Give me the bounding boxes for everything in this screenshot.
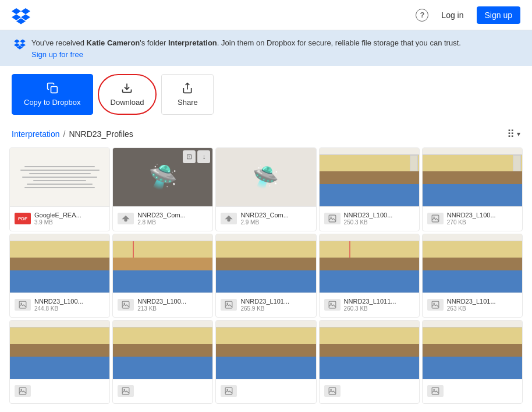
file-type-badge <box>427 299 444 311</box>
svg-rect-15 <box>329 301 336 308</box>
file-type-badge <box>324 385 341 397</box>
breadcrumb-parent-link[interactable]: Interpretation <box>12 129 60 139</box>
chevron-down-icon: ▾ <box>517 130 520 138</box>
file-details <box>240 391 311 392</box>
file-thumbnail <box>10 148 109 206</box>
thumb-overlay-icons: ⊡ ↓ <box>183 150 210 163</box>
svg-point-16 <box>330 303 331 304</box>
svg-rect-25 <box>329 388 336 395</box>
svg-rect-17 <box>432 301 439 308</box>
file-type-badge: PDF <box>15 213 31 224</box>
file-size: 2.9 MB <box>240 219 311 226</box>
file-thumbnail <box>423 321 522 379</box>
file-name: NNRD23_L101... <box>240 298 311 305</box>
breadcrumb-separator: / <box>63 129 66 139</box>
file-thumbnail <box>216 234 315 293</box>
copy-to-dropbox-button[interactable]: Copy to Dropbox <box>12 74 93 115</box>
file-info: NNRD23_L100... 270 KB <box>423 206 522 231</box>
svg-point-12 <box>124 303 125 304</box>
toolbar: Copy to Dropbox Download Share <box>0 66 532 123</box>
svg-rect-19 <box>19 388 26 395</box>
help-icon[interactable]: ? <box>416 9 428 22</box>
svg-rect-9 <box>19 301 26 308</box>
svg-point-26 <box>330 389 331 390</box>
file-card[interactable]: NNRD23_L100... 270 KB <box>422 147 523 231</box>
file-info <box>423 379 522 403</box>
file-type-badge <box>118 213 134 224</box>
file-type-badge <box>15 299 31 311</box>
file-card[interactable] <box>112 320 213 404</box>
file-details: NNRD23_L100... 213 KB <box>137 298 208 312</box>
file-details: NNRD23_L100... 270 KB <box>447 212 517 226</box>
file-type-badge <box>427 385 444 397</box>
file-name: NNRD23_Com... <box>137 212 208 219</box>
file-size: 2.8 MB <box>137 219 208 226</box>
file-details: NNRD23_L100... 250.3 KB <box>344 212 414 226</box>
file-thumbnail: 🛸 ⊡ ↓ <box>113 148 212 206</box>
file-card[interactable]: 🛸 ⊡ ↓ NNRD23_Com... 2.8 MB <box>112 147 213 231</box>
file-card[interactable]: NNRD23_L101... 263 KB <box>422 234 523 318</box>
file-info: NNRD23_L1011... 260.3 KB <box>320 293 419 317</box>
copy-icon <box>47 82 58 96</box>
view-icon: ⊡ <box>183 150 196 163</box>
svg-point-28 <box>433 389 434 390</box>
file-size: 3.9 MB <box>34 219 105 226</box>
file-details <box>447 391 517 392</box>
breadcrumb: Interpretation / NNRD23_Profiles ⠿ ▾ <box>0 123 532 147</box>
file-card[interactable] <box>422 320 523 404</box>
download-icon <box>121 82 133 96</box>
file-details: NNRD23_L101... 265.9 KB <box>240 298 311 312</box>
file-card[interactable] <box>9 320 110 404</box>
svg-rect-0 <box>51 86 57 93</box>
file-details: NNRD23_Com... 2.9 MB <box>240 212 311 226</box>
file-info: NNRD23_L100... 250.3 KB <box>320 206 419 231</box>
file-card[interactable]: NNRD23_L101... 265.9 KB <box>215 234 316 318</box>
file-name: NNRD23_L100... <box>344 212 414 219</box>
file-thumbnail <box>10 234 109 293</box>
file-info: NNRD23_L100... 213 KB <box>113 293 212 317</box>
file-details: NNRD23_L100... 244.8 KB <box>34 298 105 312</box>
file-info: NNRD23_Com... 2.8 MB <box>113 206 212 231</box>
file-card[interactable] <box>319 320 420 404</box>
file-type-badge <box>15 385 31 397</box>
file-name: NNRD23_L100... <box>447 212 517 219</box>
file-type-badge <box>118 299 134 311</box>
login-button[interactable]: Log in <box>435 7 469 23</box>
breadcrumb-current: NNRD23_Profiles <box>69 129 133 139</box>
download-button[interactable]: Download <box>98 74 157 115</box>
view-toggle[interactable]: ⠿ ▾ <box>507 128 520 140</box>
file-info <box>10 379 109 403</box>
file-thumbnail <box>423 234 522 293</box>
svg-rect-13 <box>226 301 233 308</box>
svg-point-6 <box>330 217 331 218</box>
file-size: 213 KB <box>137 305 208 312</box>
svg-rect-5 <box>329 215 336 222</box>
file-type-badge <box>118 385 134 397</box>
header-left <box>12 6 30 24</box>
file-card[interactable]: 🛸 NNRD23_Com... 2.9 MB <box>215 147 316 231</box>
file-card[interactable]: NNRD23_L100... 250.3 KB <box>319 147 420 231</box>
file-details <box>344 391 414 392</box>
file-type-badge <box>221 213 237 224</box>
file-thumbnail <box>320 148 419 206</box>
file-card[interactable]: NNRD23_L1011... 260.3 KB <box>319 234 420 318</box>
banner-cta-link[interactable]: Sign up for free <box>31 50 461 59</box>
svg-rect-23 <box>226 388 233 395</box>
file-info: NNRD23_Com... 2.9 MB <box>216 206 315 231</box>
ufo-icon: 🛸 <box>253 165 279 189</box>
svg-point-18 <box>433 303 434 304</box>
svg-point-24 <box>227 389 228 390</box>
file-details: NNRD23_L101... 263 KB <box>447 298 517 312</box>
file-card[interactable]: NNRD23_L100... 213 KB <box>112 234 213 318</box>
file-card[interactable] <box>215 320 316 404</box>
file-card[interactable]: PDF GoogleE_REA... 3.9 MB <box>9 147 110 231</box>
file-card[interactable]: NNRD23_L100... 244.8 KB <box>9 234 110 318</box>
grid-view-icon: ⠿ <box>507 128 515 140</box>
signup-button[interactable]: Sign up <box>477 6 520 24</box>
file-details <box>137 391 208 392</box>
svg-point-3 <box>125 219 127 221</box>
header: ? Log in Sign up <box>0 0 532 30</box>
file-type-badge <box>221 385 237 397</box>
file-name: NNRD23_L100... <box>34 298 105 305</box>
share-button[interactable]: Share <box>161 74 214 115</box>
